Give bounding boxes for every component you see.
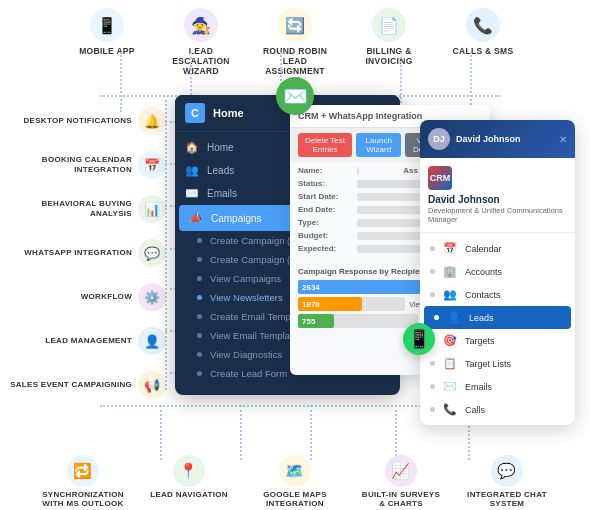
whatsapp-float-button[interactable]: 📱	[403, 323, 435, 355]
bottom-label-sync: 🔁 SYNCHRONIZATION WITH MS OUTLOOK	[43, 455, 123, 508]
sub-dot	[197, 276, 202, 281]
top-label-calls-sms: 📞 CALLS & SMS	[443, 8, 523, 56]
profile-title: Development & Unified Communications Man…	[428, 206, 567, 224]
crm-brand-icon: CRM	[428, 166, 452, 190]
stat-bar-viewed-fill: 1878	[298, 297, 362, 311]
profile-menu: 📅 Calendar 🏢 Accounts 👥 Contacts 👤 Leads…	[420, 233, 575, 425]
field-end-value	[357, 206, 423, 214]
sub-dot	[197, 238, 202, 243]
top-label-round-robin: 🔄 ROUND ROBIN LEAD ASSIGNMENT	[255, 8, 335, 76]
bottom-label-google-maps: 🗺️ GOOGLE MAPS INTEGRATION	[255, 455, 335, 508]
crm-brand-section: CRM David Johnson Development & Unified …	[420, 158, 575, 233]
left-label-sales-event: SALES EVENT CAMPAIGNING 📢	[0, 364, 170, 406]
dotted-v-lead-nav	[240, 405, 242, 460]
menu-dot-accounts	[430, 269, 435, 274]
menu-calendar[interactable]: 📅 Calendar	[420, 237, 575, 260]
field-budget-value	[357, 232, 423, 240]
profile-fullname: David Johnson	[428, 194, 567, 205]
campaigns-nav-icon: 📣	[189, 212, 203, 225]
menu-contacts[interactable]: 👥 Contacts	[420, 283, 575, 306]
menu-dot-calendar	[430, 246, 435, 251]
profile-username: David Johnson	[456, 134, 521, 144]
left-label-desktop: DESKTOP NOTIFICATIONS 🔔	[0, 100, 170, 142]
google-maps-icon: 🗺️	[279, 455, 311, 487]
dotted-line-billing	[400, 52, 402, 107]
sub-dot	[197, 257, 202, 262]
stat-bar-click-bg: 755	[298, 314, 418, 328]
email-center-icon: ✉️	[276, 77, 314, 115]
top-label-lead-escalation: 🧙 LEAD ESCALATION WIZARD	[161, 8, 241, 76]
calls-menu-icon: 📞	[443, 403, 457, 416]
calls-sms-icon: 📞	[466, 8, 500, 42]
profile-user-info: DJ David Johnson	[428, 128, 521, 150]
round-robin-icon: 🔄	[278, 8, 312, 42]
dotted-line-calls	[470, 52, 472, 112]
left-label-workflow: WORKFLOW ⚙️	[0, 276, 170, 318]
field-name-value	[357, 167, 359, 175]
accounts-menu-icon: 🏢	[443, 265, 457, 278]
dotted-v-sync	[160, 405, 162, 460]
sub-dot-highlighted	[197, 295, 202, 300]
launch-wizard-button[interactable]: Launch Wizard	[356, 133, 401, 157]
top-labels-section: 📱 MOBILE APP 🧙 LEAD ESCALATION WIZARD 🔄 …	[0, 0, 590, 76]
field-expected-value	[357, 245, 423, 253]
menu-target-lists[interactable]: 📋 Target Lists	[420, 352, 575, 375]
menu-dot-calls	[430, 407, 435, 412]
targets-menu-icon: 🎯	[443, 334, 457, 347]
bottom-labels-section: 🔁 SYNCHRONIZATION WITH MS OUTLOOK 📍 LEAD…	[0, 455, 590, 508]
dotted-v-left	[165, 100, 167, 390]
left-label-lead-mgmt: LEAD MANAGEMENT 👤	[0, 320, 170, 362]
menu-emails[interactable]: ✉️ Emails	[420, 375, 575, 398]
menu-dot-target-lists	[430, 361, 435, 366]
top-label-mobile-app: 📱 MOBILE APP	[67, 8, 147, 56]
menu-dot-leads	[434, 315, 439, 320]
profile-card-header: DJ David Johnson ✕	[420, 120, 575, 158]
lead-navigation-icon: 📍	[173, 455, 205, 487]
profile-avatar: DJ	[428, 128, 450, 150]
sales-event-icon: 📢	[138, 371, 166, 399]
profile-close-button[interactable]: ✕	[559, 134, 567, 145]
mobile-app-icon: 📱	[90, 8, 124, 42]
lead-mgmt-icon: 👤	[138, 327, 166, 355]
chat-system-icon: 💬	[491, 455, 523, 487]
menu-calls[interactable]: 📞 Calls	[420, 398, 575, 421]
crm-brand: CRM	[428, 166, 567, 190]
left-labels-section: DESKTOP NOTIFICATIONS 🔔 BOOKING CALENDAR…	[0, 100, 170, 406]
left-label-behavioral: BEHAVIORAL BUYING ANALYSIS 📊	[0, 188, 170, 230]
menu-accounts[interactable]: 🏢 Accounts	[420, 260, 575, 283]
dotted-v-maps	[310, 405, 312, 460]
surveys-charts-icon: 📈	[385, 455, 417, 487]
target-lists-menu-icon: 📋	[443, 357, 457, 370]
stat-bar-click-fill: 755	[298, 314, 334, 328]
calendar-menu-icon: 📅	[443, 242, 457, 255]
desktop-notif-icon: 🔔	[138, 107, 166, 135]
delete-test-entries-button[interactable]: Delete Test Entries	[298, 133, 352, 157]
sub-dot	[197, 352, 202, 357]
workflow-icon: ⚙️	[138, 283, 166, 311]
menu-targets[interactable]: 🎯 Targets	[420, 329, 575, 352]
sync-outlook-icon: 🔁	[67, 455, 99, 487]
field-start-value	[357, 193, 423, 201]
sub-dot	[197, 333, 202, 338]
bottom-label-lead-nav: 📍 LEAD NAVIGATION	[149, 455, 229, 499]
home-icon: 🏠	[185, 141, 199, 154]
booking-cal-icon: 📅	[138, 151, 166, 179]
leads-menu-icon: 👤	[447, 311, 461, 324]
menu-leads[interactable]: 👤 Leads	[424, 306, 571, 329]
stat-bar-viewed-bg: 1878	[298, 297, 405, 311]
contacts-menu-icon: 👥	[443, 288, 457, 301]
bottom-label-chat: 💬 INTEGRATED CHAT SYSTEM	[467, 455, 547, 508]
emails-nav-icon: ✉️	[185, 187, 199, 200]
sub-dot	[197, 314, 202, 319]
emails-menu-icon: ✉️	[443, 380, 457, 393]
profile-card: DJ David Johnson ✕ CRM David Johnson Dev…	[420, 120, 575, 425]
menu-dot-contacts	[430, 292, 435, 297]
top-label-billing: 📄 BILLING & INVOICING	[349, 8, 429, 66]
menu-dot-emails	[430, 384, 435, 389]
sub-dot	[197, 371, 202, 376]
lead-escalation-icon: 🧙	[184, 8, 218, 42]
crm-logo: C	[185, 103, 205, 123]
left-label-booking: BOOKING CALENDAR INTEGRATION 📅	[0, 144, 170, 186]
behavioral-icon: 📊	[138, 195, 166, 223]
billing-icon: 📄	[372, 8, 406, 42]
